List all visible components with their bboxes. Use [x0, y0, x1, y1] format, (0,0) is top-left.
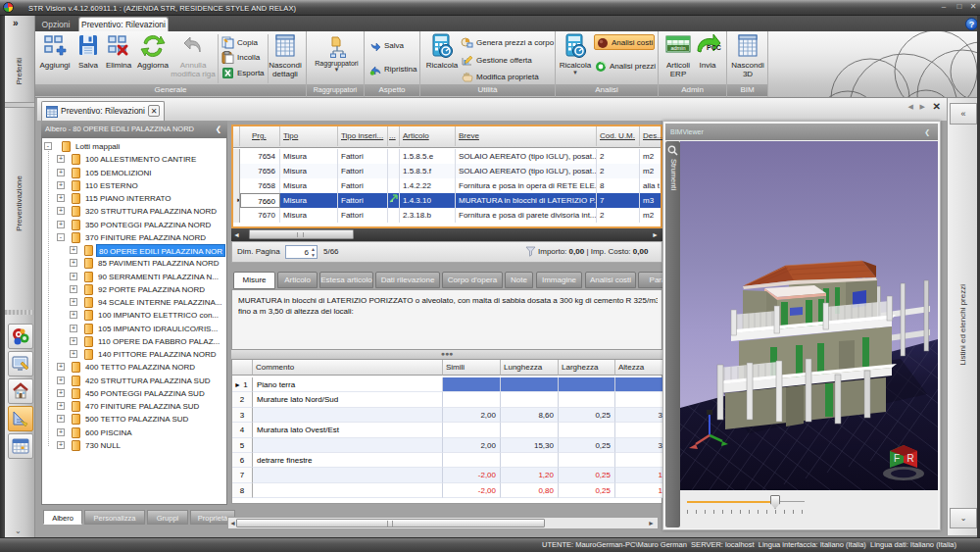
svg-text:F: F	[894, 453, 900, 464]
svg-text:R: R	[906, 453, 913, 464]
svg-text:admin: admin	[671, 45, 686, 51]
svg-text:PCC: PCC	[707, 44, 721, 51]
